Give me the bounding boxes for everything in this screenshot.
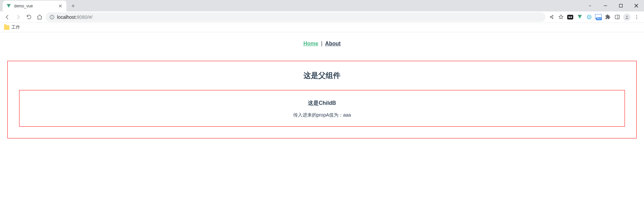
bookmark-item[interactable]: 工作: [11, 25, 20, 30]
child-component-title: 这是ChildB: [23, 100, 621, 107]
share-icon[interactable]: [548, 14, 555, 20]
forward-button[interactable]: [13, 12, 23, 22]
vue-favicon-icon: [6, 3, 11, 9]
parent-component-box: 这是父组件 这是ChildB 传入进来的propA值为：aaa: [7, 61, 637, 138]
kebab-menu-icon[interactable]: [633, 14, 640, 20]
nav-separator: |: [321, 41, 322, 46]
site-info-icon[interactable]: [50, 15, 54, 19]
page-content: Home | About 这是父组件 这是ChildB 传入进来的propA值为…: [0, 32, 644, 138]
url-host: localhost:: [57, 14, 77, 20]
home-button[interactable]: [35, 12, 44, 22]
side-panel-icon[interactable]: [614, 14, 621, 20]
extension-icon-2[interactable]: [586, 14, 592, 20]
window-maximize-button[interactable]: [613, 0, 629, 11]
nav-link-home[interactable]: Home: [303, 41, 318, 46]
profile-avatar-icon[interactable]: [623, 13, 631, 21]
svg-point-20: [626, 15, 628, 17]
bookmarks-bar: 工作: [0, 23, 644, 32]
svg-point-21: [636, 15, 637, 16]
nav-links: Home | About: [0, 41, 644, 47]
new-tab-button[interactable]: +: [68, 1, 78, 11]
window-close-button[interactable]: [629, 0, 644, 11]
svg-point-23: [636, 18, 637, 19]
parent-component-title: 这是父组件: [19, 71, 625, 81]
browser-tabstrip: demo_vue ✕ +: [0, 0, 644, 11]
browser-toolbar: localhost:8080/#/ New: [0, 11, 644, 23]
url-text: localhost:8080/#/: [57, 14, 93, 20]
svg-point-11: [569, 16, 570, 17]
folder-icon: [4, 25, 9, 30]
extension-icon-3[interactable]: New: [595, 14, 602, 20]
browser-tab-title: demo_vue: [14, 4, 55, 8]
toolbar-right-icons: New: [547, 13, 641, 21]
svg-rect-1: [620, 4, 623, 7]
tabs-dropdown-icon[interactable]: [582, 0, 598, 11]
svg-point-8: [550, 16, 551, 17]
browser-tab-active[interactable]: demo_vue ✕: [3, 1, 66, 11]
svg-point-12: [571, 16, 572, 17]
svg-point-7: [552, 15, 553, 16]
svg-rect-18: [615, 15, 620, 19]
svg-rect-10: [567, 15, 573, 19]
child-component-box: 这是ChildB 传入进来的propA值为：aaa: [19, 90, 625, 127]
bookmark-star-icon[interactable]: [557, 14, 564, 20]
reload-button[interactable]: [24, 12, 34, 22]
extension-icon-1[interactable]: [567, 14, 574, 20]
child-prop-text: 传入进来的propA值为：aaa: [23, 112, 621, 118]
svg-point-14: [588, 16, 590, 18]
svg-text:New: New: [597, 17, 601, 20]
vue-devtools-icon[interactable]: [576, 14, 583, 20]
extensions-puzzle-icon[interactable]: [604, 14, 611, 20]
close-tab-icon[interactable]: ✕: [58, 3, 63, 9]
url-path: 8080/#/: [77, 14, 93, 20]
svg-point-9: [552, 17, 553, 18]
nav-link-about[interactable]: About: [325, 41, 340, 46]
address-bar[interactable]: localhost:8080/#/: [46, 12, 545, 22]
window-minimize-button[interactable]: [598, 0, 613, 11]
svg-point-22: [636, 16, 637, 17]
back-button[interactable]: [3, 12, 12, 22]
